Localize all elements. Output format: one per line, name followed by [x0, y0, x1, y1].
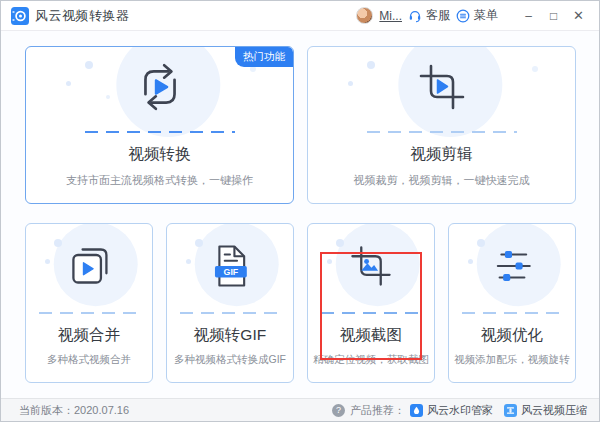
gif-badge-label: GIF: [224, 267, 239, 277]
dash-divider: [180, 312, 280, 314]
dash-divider: [85, 131, 235, 133]
status-bar: 当前版本：2020.07.16 ? 产品推荐： 风云水印管家: [1, 398, 599, 421]
menu-button[interactable]: 菜单: [456, 7, 498, 24]
icon-stage: GIF: [167, 224, 293, 308]
main-content: 热门功能 视频转换 支持市面主流视频格式转换，一键操作: [1, 31, 599, 398]
dash-divider: [39, 312, 139, 314]
compress-app-icon: [504, 404, 517, 417]
dash-divider: [367, 131, 517, 133]
dash-divider: [321, 312, 421, 314]
hot-feature-badge: 热门功能: [235, 47, 293, 67]
card-video-merge[interactable]: 视频合并 多种格式视频合并: [25, 223, 153, 383]
watermark-app-icon: [410, 404, 423, 417]
card-title: 视频截图: [340, 325, 402, 346]
menu-icon: [456, 9, 470, 23]
menu-label: 菜单: [474, 7, 498, 24]
card-video-optimize[interactable]: 视频优化 视频添加配乐，视频旋转: [448, 223, 576, 383]
icon-stage: [308, 47, 575, 127]
card-video-convert[interactable]: 热门功能 视频转换 支持市面主流视频格式转换，一键操作: [25, 46, 294, 204]
username-link[interactable]: Mi...: [379, 9, 402, 23]
recommend-label: 产品推荐：: [350, 403, 405, 418]
product-name: 风云水印管家: [427, 403, 493, 418]
crop-play-icon: [416, 61, 468, 113]
crop-image-icon: [348, 243, 394, 289]
help-icon[interactable]: ?: [332, 404, 345, 417]
card-subtitle: 支持市面主流视频格式转换，一键操作: [66, 173, 253, 188]
card-subtitle: 精确定位视频，获取截图: [313, 353, 429, 367]
feature-row-bottom: 视频合并 多种格式视频合并 GIF 视频转GIF: [25, 223, 576, 383]
card-title: 视频合并: [58, 325, 120, 346]
icon-stage: [449, 224, 575, 308]
product-link-watermark[interactable]: 风云水印管家: [410, 403, 493, 418]
window-title: 风云视频转换器: [35, 7, 130, 25]
icon-stage: [26, 224, 152, 308]
app-logo-icon: [11, 7, 29, 25]
card-subtitle: 视频添加配乐，视频旋转: [454, 353, 570, 367]
card-video-to-gif[interactable]: GIF 视频转GIF 多种视频格式转换成GIF: [166, 223, 294, 383]
card-title: 视频优化: [481, 325, 543, 346]
headset-icon: [408, 9, 422, 23]
maximize-button[interactable]: □: [541, 5, 566, 27]
product-link-compress[interactable]: 风云视频压缩: [504, 403, 587, 418]
support-label: 客服: [426, 7, 450, 24]
version-label: 当前版本：2020.07.16: [19, 403, 129, 418]
sliders-icon: [489, 244, 535, 288]
minimize-button[interactable]: –: [516, 5, 541, 27]
support-button[interactable]: 客服: [408, 7, 450, 24]
app-window: 风云视频转换器 Mi... 客服 菜单 – □ ✕: [0, 0, 600, 422]
close-button[interactable]: ✕: [566, 5, 591, 27]
card-title: 视频剪辑: [411, 144, 473, 165]
card-subtitle: 视频裁剪，视频剪辑，一键快速完成: [354, 173, 530, 188]
card-video-edit[interactable]: 视频剪辑 视频裁剪，视频剪辑，一键快速完成: [307, 46, 576, 204]
icon-stage: [308, 224, 434, 308]
dash-divider: [462, 312, 562, 314]
title-bar: 风云视频转换器 Mi... 客服 菜单 – □ ✕: [1, 1, 599, 31]
feature-row-top: 热门功能 视频转换 支持市面主流视频格式转换，一键操作: [25, 46, 576, 204]
footer-recommendations: ? 产品推荐： 风云水印管家 风云视频压缩: [332, 403, 587, 418]
card-subtitle: 多种视频格式转换成GIF: [174, 353, 286, 367]
card-title: 视频转GIF: [194, 325, 266, 346]
stack-play-icon: [66, 244, 112, 288]
window-controls: – □ ✕: [516, 5, 591, 27]
card-subtitle: 多种格式视频合并: [47, 353, 131, 367]
card-video-screenshot[interactable]: 视频截图 精确定位视频，获取截图: [307, 223, 435, 383]
loop-play-icon: [133, 62, 187, 112]
user-avatar[interactable]: [356, 7, 373, 24]
gif-file-icon: GIF: [207, 243, 253, 289]
product-name: 风云视频压缩: [521, 403, 587, 418]
card-title: 视频转换: [129, 144, 191, 165]
